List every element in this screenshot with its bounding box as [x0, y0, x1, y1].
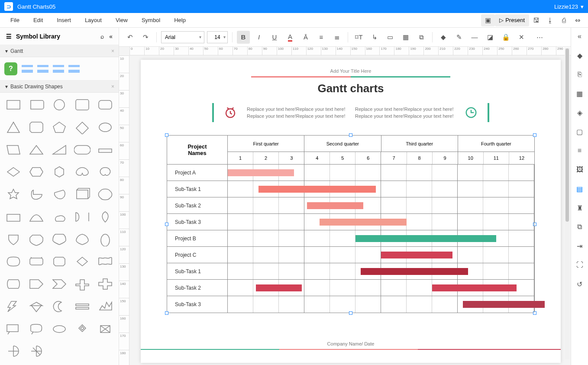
- slides-icon[interactable]: ▢: [575, 126, 585, 137]
- shape-50[interactable]: [3, 320, 23, 338]
- expand-panel-icon[interactable]: «: [575, 31, 585, 42]
- save-icon[interactable]: 🖫: [529, 14, 543, 26]
- export-icon[interactable]: ⎘: [575, 69, 585, 80]
- shape-49[interactable]: [96, 298, 115, 315]
- menu-symbol[interactable]: Symbol: [135, 13, 167, 28]
- shape-25[interactable]: [3, 208, 23, 226]
- selection-handle[interactable]: [349, 133, 352, 137]
- shape-45[interactable]: [3, 298, 23, 315]
- gantt-row[interactable]: Project A: [167, 165, 534, 181]
- vertical-scrollbar[interactable]: [565, 48, 570, 359]
- gantt-row[interactable]: Sub-Task 2: [167, 197, 534, 214]
- stroke-button[interactable]: ✎: [452, 31, 465, 44]
- shape-4[interactable]: [96, 96, 115, 113]
- apps-icon[interactable]: ▦: [575, 88, 585, 99]
- page-footer[interactable]: Company Name/ Date: [141, 341, 561, 350]
- font-size-select[interactable]: 14: [207, 31, 228, 43]
- gantt-bar[interactable]: [361, 268, 468, 275]
- shape-51[interactable]: [26, 320, 46, 338]
- gantt-bar[interactable]: [228, 169, 294, 176]
- fill-button[interactable]: ◆: [437, 31, 450, 44]
- download-icon[interactable]: ⭳: [543, 14, 557, 26]
- shape-54[interactable]: [96, 320, 115, 338]
- document-page[interactable]: Add Your Title Here Gantt charts Replace…: [141, 60, 561, 363]
- gantt-row[interactable]: Sub-Task 3: [167, 214, 534, 230]
- shape-36[interactable]: [26, 253, 46, 270]
- bold-button[interactable]: B: [237, 31, 250, 44]
- close-icon[interactable]: ×: [111, 84, 114, 90]
- search-icon[interactable]: ⌕: [100, 33, 104, 40]
- shape-15[interactable]: [3, 163, 23, 181]
- shape-38[interactable]: [73, 253, 92, 270]
- shape-13[interactable]: [73, 141, 92, 158]
- description-right[interactable]: Replace your text here!Replace your text…: [355, 106, 455, 120]
- font-select[interactable]: Arial: [161, 31, 204, 43]
- gantt-bar[interactable]: [432, 284, 517, 291]
- play-slideshow-icon[interactable]: ▣: [481, 14, 495, 26]
- shape-22[interactable]: [49, 186, 69, 203]
- gantt-shape-3[interactable]: [53, 65, 64, 73]
- gantt-bar[interactable]: [307, 202, 363, 209]
- redo-button[interactable]: ↷: [139, 31, 152, 44]
- shape-23[interactable]: [73, 186, 92, 203]
- scrollbar-thumb[interactable]: [565, 48, 569, 222]
- shape-37[interactable]: [49, 253, 69, 270]
- gantt-row[interactable]: Sub-Task 2: [167, 280, 534, 296]
- data-icon[interactable]: ≡: [575, 145, 585, 156]
- shape-44[interactable]: [96, 275, 115, 293]
- selection-handle[interactable]: [165, 223, 168, 226]
- gantt-bar[interactable]: [258, 186, 376, 193]
- gantt-bar[interactable]: [256, 284, 302, 291]
- selection-handle[interactable]: [165, 133, 168, 137]
- align-h-button[interactable]: ≡: [315, 31, 328, 44]
- shape-7[interactable]: [49, 119, 69, 136]
- gantt-bar[interactable]: [320, 219, 407, 226]
- menu-file[interactable]: File: [3, 13, 26, 28]
- highlight-button[interactable]: Ā: [299, 31, 312, 44]
- selection-handle[interactable]: [533, 133, 536, 137]
- gantt-chart[interactable]: ProjectNamesFirst quarterSecond quarterT…: [167, 135, 535, 313]
- share-icon[interactable]: ⇔: [571, 14, 585, 26]
- close-icon[interactable]: ×: [111, 48, 114, 54]
- gantt-bar[interactable]: [381, 252, 452, 258]
- shape-53[interactable]: [73, 320, 92, 338]
- shape-20[interactable]: [3, 186, 23, 203]
- shape-29[interactable]: [96, 208, 115, 226]
- group-button[interactable]: ⧉: [415, 31, 428, 44]
- page-subtitle[interactable]: Add Your Title Here: [141, 68, 561, 74]
- shape-42[interactable]: [49, 275, 69, 293]
- gantt-row[interactable]: Sub-Task 1: [167, 181, 534, 197]
- shape-31[interactable]: [26, 231, 46, 248]
- italic-button[interactable]: I: [252, 31, 265, 44]
- shape-30[interactable]: [3, 231, 23, 248]
- user-menu[interactable]: Lizzie123 ▾: [554, 3, 584, 10]
- history-icon[interactable]: ↺: [575, 279, 585, 289]
- gantt-shape-2[interactable]: [37, 65, 48, 73]
- fullscreen-icon[interactable]: ⛶: [575, 260, 585, 270]
- gantt-row[interactable]: Sub-Task 1: [167, 263, 534, 280]
- text-tool-button[interactable]: ⌑T: [352, 31, 365, 44]
- menu-layout[interactable]: Layout: [78, 13, 109, 28]
- align-icon[interactable]: ⇥: [575, 241, 585, 251]
- section-basic-shapes[interactable]: ▾ Basic Drawing Shapes×: [0, 81, 119, 93]
- gantt-shape-4[interactable]: [68, 65, 80, 73]
- shape-8[interactable]: [73, 119, 92, 136]
- align-v-button[interactable]: ≣: [330, 31, 343, 44]
- shape-39[interactable]: [96, 253, 115, 270]
- gantt-shape-1[interactable]: [22, 65, 33, 73]
- tree-icon[interactable]: ♜: [575, 203, 585, 213]
- shape-14[interactable]: [96, 141, 115, 158]
- line-style-button[interactable]: ▭: [384, 31, 397, 44]
- shape-16[interactable]: [26, 163, 46, 181]
- line-button[interactable]: —: [468, 31, 481, 44]
- menu-edit[interactable]: Edit: [26, 13, 50, 28]
- collapse-icon[interactable]: «: [109, 33, 113, 40]
- shape-28[interactable]: [73, 208, 92, 226]
- shape-5[interactable]: [3, 119, 23, 136]
- copy-icon[interactable]: ⧉: [575, 222, 585, 232]
- shape-48[interactable]: [73, 298, 92, 315]
- more-button[interactable]: ⋯: [533, 31, 546, 44]
- theme-icon[interactable]: ◆: [575, 50, 585, 61]
- menu-help[interactable]: Help: [167, 13, 193, 28]
- shape-34[interactable]: [96, 231, 115, 248]
